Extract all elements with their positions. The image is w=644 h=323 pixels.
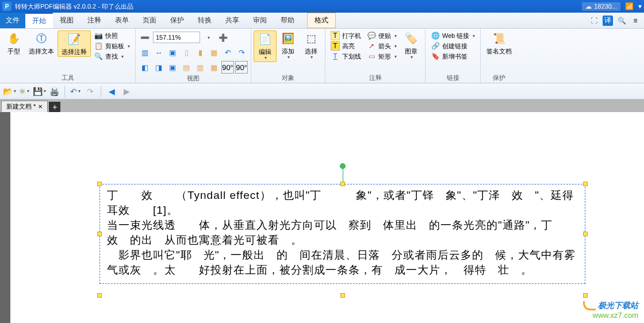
sign-doc-button[interactable]: 📜 签名文档 (483, 30, 515, 56)
thumb1-button[interactable]: ▤ (180, 61, 193, 74)
tab-form[interactable]: 表单 (108, 13, 136, 28)
save-button[interactable]: 💾 (32, 85, 46, 98)
undo-button[interactable]: ↶ (68, 85, 82, 98)
bookmark2-button[interactable]: ◨ (152, 61, 165, 74)
open-button[interactable]: 📂 (2, 85, 16, 98)
bookmark3-button[interactable]: ▣ (166, 61, 179, 74)
clipboard-label: 剪贴板 (105, 42, 124, 51)
add-image-icon: 🖼️ (281, 32, 295, 45)
tab-start[interactable]: 开始 (25, 13, 53, 28)
web-link-label: Web 链接 (442, 32, 469, 40)
resize-handle-tl[interactable] (97, 182, 102, 186)
typewriter-button[interactable]: T打字机 (329, 30, 362, 41)
create-link-button[interactable]: 🔗创建链接 (430, 41, 476, 51)
text-content[interactable]: 丁 效 （Tyndall effect），也叫"丁 象"，或者"丁铎 象"、"丁… (107, 188, 578, 278)
tab-convert[interactable]: 转换 (191, 13, 218, 28)
rotate-left-button[interactable]: ↶ (221, 46, 234, 59)
underline-icon: T (331, 52, 340, 61)
select-note-label: 选择注释 (62, 48, 87, 55)
tab-page[interactable]: 页面 (136, 13, 163, 28)
select-icon: ⬚ (304, 32, 318, 45)
bookmark-add-button[interactable]: 🔖新增书签 (430, 51, 476, 61)
rect-icon: ▭ (367, 52, 376, 61)
underline-button[interactable]: T下划线 (329, 51, 362, 61)
highlight-button[interactable]: T高亮 (329, 41, 362, 51)
resize-handle-tr[interactable] (583, 182, 588, 186)
select-note-button[interactable]: 📝 选择注释 (57, 30, 91, 57)
thumb3-button[interactable]: ▦ (208, 61, 220, 74)
thumb2-button[interactable]: ▥ (194, 61, 206, 74)
new-button[interactable]: ✳ (17, 85, 31, 98)
arrow-button[interactable]: ↗箭头 (366, 41, 398, 51)
link-icon: 🔗 (431, 41, 440, 51)
layout-facing-button[interactable]: ▦ (208, 46, 220, 59)
tab-help[interactable]: 帮助 (274, 13, 301, 28)
search-icon[interactable]: 🔍 (616, 16, 627, 26)
close-tab-icon[interactable]: ✕ (38, 103, 43, 110)
cloud-account-button[interactable]: ☁ 18230... (582, 2, 620, 11)
group-annotate: T打字机 T高亮 T下划线 💬便贴 ↗箭头 ▭矩形 🏷️ 图章 注释 (325, 29, 425, 83)
document-tab[interactable]: 新建文档 * ✕ (1, 101, 48, 112)
resize-handle-bl[interactable] (97, 293, 102, 298)
find-button[interactable]: 🔍查找 (93, 51, 131, 61)
bookmark1-button[interactable]: ◧ (139, 61, 151, 74)
sign-doc-label: 签名文档 (486, 48, 512, 55)
redo-button[interactable]: ↷ (83, 85, 97, 98)
web-link-button[interactable]: 🌐Web 链接 (430, 30, 476, 41)
snapshot-button[interactable]: 📷快照 (93, 30, 131, 41)
select-object-button[interactable]: ⬚ 选择 (300, 30, 323, 61)
resize-handle-bm[interactable] (340, 293, 345, 298)
rot90r-button[interactable]: 90° (235, 61, 248, 74)
print-button[interactable]: 🖨️ (47, 85, 61, 98)
add-tab-button[interactable]: + (49, 102, 60, 112)
quick-access-bar: 📂 ✳ 💾 🖨️ ↶ ↷ ◀ ▶ (0, 83, 644, 99)
layout-single-button[interactable]: ▯ (180, 46, 193, 59)
selected-textbox[interactable]: 丁 效 （Tyndall effect），也叫"丁 象"，或者"丁铎 象"、"丁… (99, 184, 585, 284)
dropdown-icon[interactable]: ▾ (638, 2, 642, 10)
prev-view-button[interactable]: ◀ (105, 85, 118, 98)
actual-size-button[interactable]: ▣ (166, 46, 179, 59)
menu-collapse-icon[interactable]: ≡ (630, 16, 641, 26)
edit-button[interactable]: 📄 编辑 (254, 30, 277, 62)
stamp-icon: 🏷️ (404, 32, 418, 45)
fit-page-button[interactable]: ▥ (139, 46, 151, 59)
tab-format[interactable]: 格式 (307, 13, 336, 28)
rect-button[interactable]: ▭矩形 (366, 51, 398, 61)
rotate-right-button[interactable]: ↷ (235, 46, 248, 59)
zoom-in-button[interactable]: ➕ (217, 31, 229, 44)
document-canvas[interactable]: 丁 效 （Tyndall effect），也叫"丁 象"，或者"丁铎 象"、"丁… (0, 112, 644, 323)
object-group-label: 对象 (254, 74, 323, 82)
resize-handle-tm[interactable] (340, 182, 345, 186)
document-tab-label: 新建文档 * (6, 102, 36, 111)
zoom-out-button[interactable]: ➖ (139, 31, 151, 44)
file-menu[interactable]: 文件 (0, 13, 25, 28)
hand-label: 手型 (7, 48, 20, 55)
fit-icon[interactable]: ⛶ (589, 16, 599, 26)
rotation-handle[interactable] (340, 163, 346, 169)
zoom-dropdown[interactable] (202, 31, 214, 44)
resize-handle-br[interactable] (583, 293, 588, 298)
next-view-button[interactable]: ▶ (120, 85, 133, 98)
stamp-button[interactable]: 🏷️ 图章 (400, 30, 423, 61)
tab-review[interactable]: 审阅 (246, 13, 274, 28)
create-link-label: 创建链接 (442, 42, 467, 51)
tab-annotate[interactable]: 注释 (80, 13, 108, 28)
tab-share[interactable]: 共享 (218, 13, 246, 28)
watermark: 极光下载站 www.xz7.com (583, 301, 638, 320)
tab-protect[interactable]: 保护 (163, 13, 191, 28)
sticky-button[interactable]: 💬便贴 (366, 30, 398, 41)
add-button[interactable]: 🖼️ 添加 (277, 30, 300, 61)
clipboard-button[interactable]: 📋剪贴板 (93, 41, 131, 51)
rot90l-button[interactable]: 90° (221, 61, 234, 74)
certificate-icon: 📜 (492, 32, 506, 45)
resize-handle-ml[interactable] (97, 232, 102, 236)
translate-icon[interactable]: 译 (603, 16, 613, 26)
select-text-button[interactable]: Ⓣ 选择文本 (25, 30, 57, 56)
layout-cont-button[interactable]: ▮ (194, 46, 206, 59)
protect-group-label: 保护 (483, 74, 515, 82)
tab-view[interactable]: 视图 (53, 13, 80, 28)
zoom-input[interactable]: 157.11% (153, 32, 200, 43)
resize-handle-mr[interactable] (583, 232, 588, 236)
fit-width-button[interactable]: ↔ (152, 46, 165, 59)
hand-tool-button[interactable]: ✋ 手型 (2, 30, 25, 56)
